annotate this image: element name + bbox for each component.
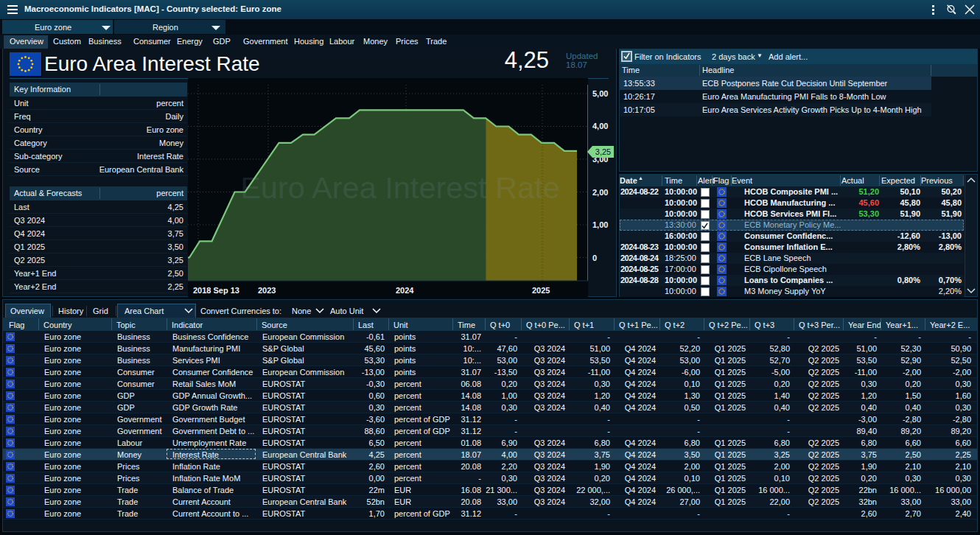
svg-text:Euro Area Interest Rate: Euro Area Interest Rate: [240, 170, 560, 205]
